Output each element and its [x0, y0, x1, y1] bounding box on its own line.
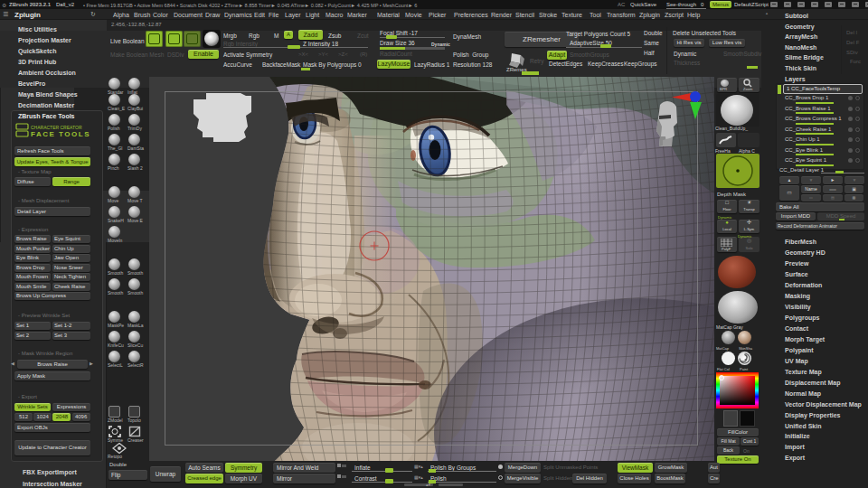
svg-text:FACE TOOLS: FACE TOOLS: [31, 130, 90, 138]
svg-text:CHARACTER CREATOR: CHARACTER CREATOR: [31, 125, 82, 130]
